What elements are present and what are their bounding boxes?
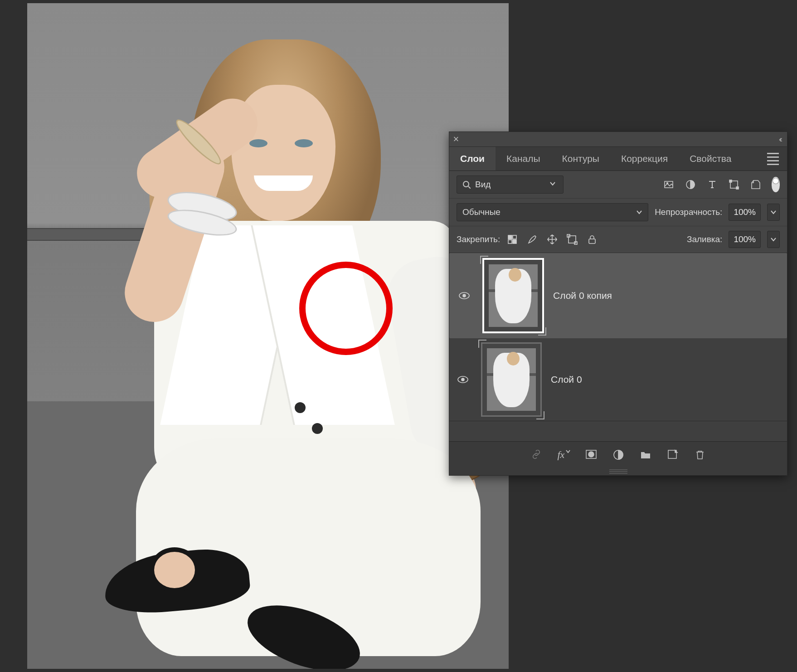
svg-point-0 — [463, 181, 469, 187]
layer-row[interactable]: Слой 0 копия — [449, 253, 787, 338]
lock-position-icon[interactable] — [546, 234, 558, 245]
svg-rect-7 — [736, 187, 739, 189]
lock-transparency-icon[interactable] — [506, 234, 518, 245]
adjustment-layer-icon[interactable] — [612, 448, 625, 461]
chevron-down-icon — [549, 180, 558, 189]
svg-rect-8 — [508, 235, 512, 239]
svg-line-1 — [468, 186, 471, 189]
lock-all-icon[interactable] — [586, 234, 598, 245]
panel-footer: fx — [449, 441, 787, 468]
layer-kind-select[interactable]: Вид — [457, 175, 564, 194]
lock-row: Закрепить: Заливка: 100% — [449, 226, 787, 253]
tab-adjustments[interactable]: Коррекция — [610, 147, 679, 170]
lock-pixels-icon[interactable] — [526, 234, 538, 245]
opacity-input[interactable]: 100% — [729, 204, 761, 221]
tab-paths[interactable]: Контуры — [551, 147, 610, 170]
resize-grip[interactable] — [449, 468, 787, 475]
chevron-down-icon — [636, 209, 642, 215]
visibility-toggle[interactable] — [455, 290, 473, 302]
app-stage: × ‹‹ Слои Каналы Контуры Коррекция Свойс… — [0, 0, 797, 672]
layer-kind-label: Вид — [475, 180, 491, 190]
fill-dropdown[interactable] — [767, 231, 780, 248]
svg-rect-15 — [589, 239, 595, 243]
layers-panel: × ‹‹ Слои Каналы Контуры Коррекция Свойс… — [449, 131, 787, 476]
group-icon[interactable] — [639, 448, 652, 461]
svg-point-17 — [463, 294, 466, 297]
layer-name[interactable]: Слой 0 копия — [553, 290, 612, 301]
blend-mode-select[interactable]: Обычные — [457, 203, 648, 221]
document-canvas[interactable] — [27, 3, 509, 669]
svg-point-19 — [462, 378, 464, 381]
svg-point-21 — [588, 452, 594, 457]
lock-icons — [506, 234, 598, 245]
layer-row[interactable]: Слой 0 — [449, 338, 787, 421]
filter-type-icon[interactable] — [706, 179, 718, 190]
svg-rect-11 — [513, 240, 516, 243]
svg-rect-6 — [729, 180, 732, 182]
lock-label: Закрепить: — [457, 234, 500, 244]
layer-thumbnail[interactable] — [482, 258, 544, 333]
svg-point-3 — [667, 183, 668, 184]
panel-tabs: Слои Каналы Контуры Коррекция Свойства — [449, 147, 787, 171]
filter-shape-icon[interactable] — [728, 179, 740, 190]
blend-mode-value: Обычные — [462, 207, 501, 217]
layer-list-spacer — [449, 421, 787, 441]
delete-layer-icon[interactable] — [694, 448, 706, 461]
layer-mask-icon[interactable] — [585, 448, 598, 461]
filter-icons — [663, 177, 780, 192]
blend-row: Обычные Непрозрачность: 100% — [449, 199, 787, 226]
filter-pixel-icon[interactable] — [663, 179, 675, 190]
collapse-icon[interactable]: ‹‹ — [779, 135, 781, 144]
link-layers-icon[interactable] — [530, 448, 543, 461]
visibility-toggle[interactable] — [454, 374, 472, 385]
lock-artboard-icon[interactable] — [566, 234, 578, 245]
layer-name[interactable]: Слой 0 — [551, 374, 582, 385]
filter-row: Вид — [449, 171, 787, 199]
tab-properties[interactable]: Свойства — [679, 147, 742, 170]
fill-input[interactable]: 100% — [729, 231, 761, 248]
layer-fx-icon[interactable]: fx — [558, 448, 570, 461]
annotation-circle — [299, 262, 393, 355]
svg-rect-10 — [508, 240, 512, 243]
panel-header[interactable]: × ‹‹ — [449, 132, 787, 147]
layer-thumbnail[interactable] — [481, 342, 542, 417]
tab-channels[interactable]: Каналы — [496, 147, 551, 170]
filter-adjust-icon[interactable] — [685, 179, 696, 190]
opacity-label: Непрозрачность: — [655, 207, 722, 217]
svg-rect-9 — [513, 235, 516, 239]
opacity-dropdown[interactable] — [767, 204, 780, 221]
filter-toggle[interactable] — [772, 177, 780, 192]
layer-list: Слой 0 копия Слой 0 — [449, 253, 787, 441]
tab-layers[interactable]: Слои — [449, 147, 496, 170]
new-layer-icon[interactable] — [666, 448, 679, 461]
panel-menu-icon[interactable] — [767, 153, 779, 165]
photo-subject — [54, 30, 481, 656]
fill-label: Заливка: — [687, 234, 722, 244]
close-icon[interactable]: × — [449, 133, 463, 145]
filter-smart-icon[interactable] — [750, 179, 762, 190]
search-icon — [462, 180, 471, 189]
